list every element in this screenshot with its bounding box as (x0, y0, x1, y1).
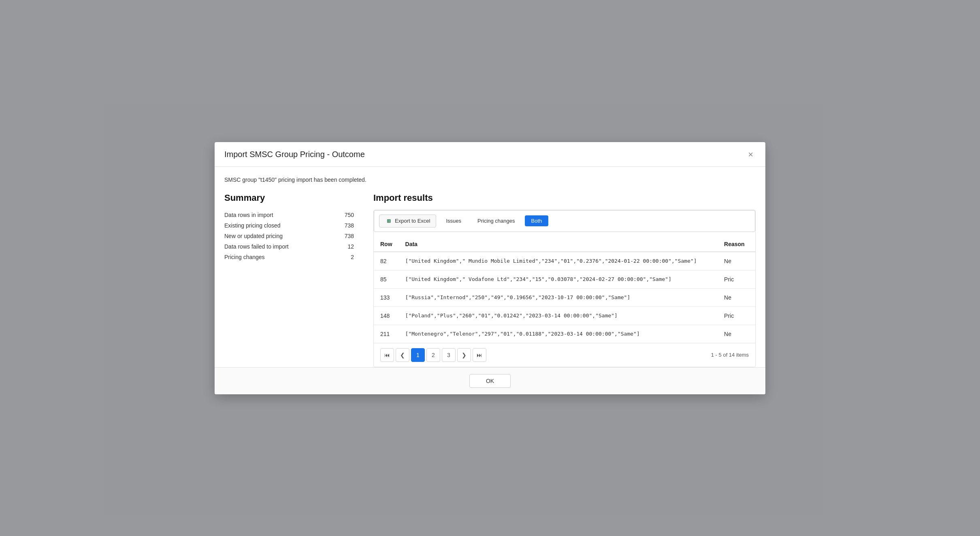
row-num-4: 211 (374, 325, 399, 343)
summary-title: Summary (224, 193, 354, 203)
content-area: Summary Data rows in import 750 Existing… (224, 193, 756, 367)
row-reason-4: Ne (718, 325, 755, 343)
row-reason-2: Ne (718, 288, 755, 306)
pagination-prev-button[interactable]: ❮ (396, 348, 409, 362)
summary-label-0: Data rows in import (224, 212, 328, 218)
row-data-3: ["Poland","Plus","260","01","0.01242","2… (399, 306, 718, 325)
import-results-section: Import results ⊞ Export to Excel Issues … (373, 193, 756, 367)
row-num-1: 85 (374, 270, 399, 288)
filter-pricing-changes-button[interactable]: Pricing changes (471, 215, 522, 226)
filter-both-button[interactable]: Both (525, 215, 549, 226)
summary-label-4: Pricing changes (224, 254, 334, 260)
summary-value-2: 738 (345, 233, 354, 239)
results-table-wrapper: ⊞ Export to Excel Issues Pricing changes… (373, 210, 756, 367)
summary-value-3: 12 (347, 243, 354, 250)
row-num-3: 148 (374, 306, 399, 325)
modal-header: Import SMSC Group Pricing - Outcome × (215, 142, 765, 167)
export-to-excel-button[interactable]: ⊞ Export to Excel (379, 215, 436, 228)
pagination-page-3-button[interactable]: 3 (442, 348, 456, 362)
results-toolbar: ⊞ Export to Excel Issues Pricing changes… (374, 210, 755, 232)
summary-value-1: 738 (345, 222, 354, 229)
pagination-page-2-button[interactable]: 2 (426, 348, 440, 362)
close-button[interactable]: × (746, 149, 756, 160)
modal-title: Import SMSC Group Pricing - Outcome (224, 150, 365, 159)
modal-overlay: Import SMSC Group Pricing - Outcome × SM… (0, 0, 980, 536)
import-results-title: Import results (373, 193, 756, 203)
pagination-info: 1 - 5 of 14 items (711, 352, 749, 358)
row-reason-3: Pric (718, 306, 755, 325)
table-header-row: Row Data Reason (374, 237, 755, 252)
summary-row-0: Data rows in import 750 (224, 210, 354, 220)
summary-section: Summary Data rows in import 750 Existing… (224, 193, 354, 262)
modal-footer: OK (215, 367, 765, 394)
modal-body: SMSC group "t1450" pricing import has be… (215, 167, 765, 367)
pagination-first-button[interactable]: ⏮ (380, 348, 394, 362)
row-data-4: ["Montenegro","Telenor","297","01","0.01… (399, 325, 718, 343)
col-header-data: Data (399, 237, 718, 252)
row-data-1: ["United Kingdom"," Vodafone Ltd","234",… (399, 270, 718, 288)
pagination: ⏮ ❮ 1 2 3 ❯ ⏭ 1 - 5 of 14 items (374, 343, 755, 367)
pagination-last-button[interactable]: ⏭ (473, 348, 486, 362)
summary-row-1: Existing pricing closed 738 (224, 220, 354, 231)
table-row: 148 ["Poland","Plus","260","01","0.01242… (374, 306, 755, 325)
summary-row-4: Pricing changes 2 (224, 252, 354, 262)
row-data-2: ["Russia","Internod","250","49","0.19656… (399, 288, 718, 306)
modal-dialog: Import SMSC Group Pricing - Outcome × SM… (215, 142, 765, 394)
summary-label-3: Data rows failed to import (224, 243, 331, 250)
row-data-0: ["United Kingdom"," Mundio Mobile Limite… (399, 252, 718, 270)
col-header-reason: Reason (718, 237, 755, 252)
row-num-0: 82 (374, 252, 399, 270)
summary-value-4: 2 (351, 254, 354, 260)
excel-icon: ⊞ (385, 217, 392, 225)
export-label: Export to Excel (395, 218, 430, 224)
table-row: 133 ["Russia","Internod","250","49","0.1… (374, 288, 755, 306)
row-reason-0: Ne (718, 252, 755, 270)
pagination-next-button[interactable]: ❯ (457, 348, 471, 362)
summary-row-3: Data rows failed to import 12 (224, 241, 354, 252)
pagination-page-1-button[interactable]: 1 (411, 348, 425, 362)
row-reason-1: Pric (718, 270, 755, 288)
row-num-2: 133 (374, 288, 399, 306)
summary-row-2: New or updated pricing 738 (224, 231, 354, 241)
completion-message: SMSC group "t1450" pricing import has be… (224, 177, 756, 183)
table-row: 211 ["Montenegro","Telenor","297","01","… (374, 325, 755, 343)
pagination-controls: ⏮ ❮ 1 2 3 ❯ ⏭ (380, 348, 486, 362)
table-row: 82 ["United Kingdom"," Mundio Mobile Lim… (374, 252, 755, 270)
table-row: 85 ["United Kingdom"," Vodafone Ltd","23… (374, 270, 755, 288)
summary-label-1: Existing pricing closed (224, 222, 328, 229)
filter-issues-button[interactable]: Issues (439, 215, 468, 226)
results-table: Row Data Reason 82 ["United Kingdom"," M… (374, 237, 755, 343)
summary-label-2: New or updated pricing (224, 233, 328, 239)
ok-button[interactable]: OK (469, 374, 511, 388)
col-header-row: Row (374, 237, 399, 252)
summary-value-0: 750 (345, 212, 354, 218)
